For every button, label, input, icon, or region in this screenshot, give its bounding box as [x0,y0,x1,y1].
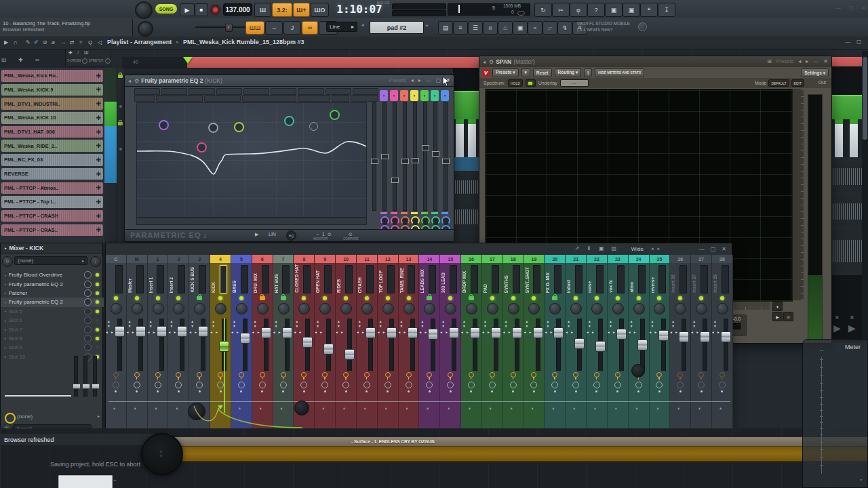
mixer-channel-strip[interactable]: 27 Insert 27 ▴ ▾ ◂ ▸ ▴ [691,255,712,428]
nudge-down-icon[interactable]: ▾ [589,324,591,328]
pan-left-icon[interactable]: ◂ [440,330,442,334]
pan-right-icon[interactable]: ▸ [341,330,343,334]
channel-body[interactable]: CLOSED HAT [294,263,314,294]
channel-pan-knob[interactable] [173,303,184,314]
band-name[interactable] [332,95,349,102]
mixer-panel-icon[interactable]: ||| [483,21,498,35]
maximize-icon[interactable]: ▢ [711,246,716,252]
nudge-up-icon[interactable]: ▴ [108,319,110,323]
mixer-channel-strip[interactable]: 18 SYNTHS ▴ ▾ ◂ ▸ ▴ [503,255,524,428]
channel-fader[interactable] [410,319,415,371]
playlist-panel-icon[interactable]: ▤ [438,21,453,35]
channel-insert-slot[interactable] [471,265,478,293]
band-button[interactable] [298,88,323,95]
eq-band-column[interactable]: ▾ [440,90,450,227]
stereo-separation-icon[interactable] [614,382,621,388]
route-arrow-icon[interactable]: ▴ [490,405,492,410]
nudge-up-icon[interactable]: ▴ [421,319,423,323]
slider-handle[interactable] [381,154,389,159]
channel-number[interactable]: 26 [670,255,690,263]
channel-fader[interactable] [640,319,645,371]
channel-insert-slot[interactable] [262,265,269,293]
playlist-clip-wave[interactable] [453,203,479,230]
nudge-down-icon[interactable]: ▾ [652,324,654,328]
nudge-up-icon[interactable]: ▴ [212,319,214,323]
channel-mute-led[interactable] [344,296,348,300]
snap-selector[interactable]: Line ▸ [326,22,357,32]
play-button[interactable]: ▶ [180,3,195,16]
channel-pan-knob[interactable] [696,303,707,314]
channel-insert-slot[interactable] [701,265,708,293]
channel-fader[interactable] [389,319,394,371]
nudge-up-icon[interactable]: ▴ [191,319,193,323]
channel-number[interactable]: 15 [440,255,460,263]
info-button[interactable]: I [584,68,592,77]
mixer-window-controls[interactable]: — ▢ ✕ [699,246,726,252]
playlist-clip-green[interactable] [453,91,479,121]
stereo-separation-icon[interactable] [406,382,412,388]
nudge-down-icon[interactable]: ▾ [191,324,193,328]
mixer-channel-strip[interactable]: 19 SYNT..SHOT ▴ ▾ ◂ ▸ ▴ [524,255,545,428]
channel-mute-led[interactable] [323,296,327,300]
fx-enable-icon[interactable] [239,372,244,378]
channel-mute-led[interactable] [490,296,494,300]
channel-mute-led[interactable] [595,296,599,300]
channel-mute-led[interactable] [720,296,724,300]
route-arrow-icon[interactable]: ▴ [113,405,115,410]
channel-number[interactable]: 1 [148,255,168,263]
channel-number[interactable]: 19 [524,255,545,263]
fx-enable-icon[interactable] [427,372,432,378]
channel-pan-knob[interactable] [424,303,435,314]
pan-left-icon[interactable]: ◂ [148,330,150,334]
stereo-separation-icon[interactable] [342,382,349,388]
nudge-down-icon[interactable]: ▾ [129,324,131,328]
slider-handle[interactable] [412,158,419,163]
playlist-clip-blue[interactable] [453,157,479,171]
channel-body[interactable]: Insert 26 [670,263,690,294]
mode-edit-button[interactable]: EDIT [791,79,804,87]
channel-insert-slot[interactable] [554,265,561,293]
fx-enable-icon[interactable] [364,372,370,378]
nudge-down-icon[interactable]: ▾ [317,324,319,328]
preview-icon[interactable]: ◁ [98,39,102,45]
channel-number[interactable]: 22 [587,255,607,263]
channel-pan-knob[interactable] [319,303,331,314]
clip-tools-icons[interactable]: ✚ ⁄ Ш [68,50,90,56]
fader-handle[interactable] [198,326,208,337]
pan-right-icon[interactable]: ▸ [216,330,218,334]
route-arrow-icon[interactable]: ▴ [322,405,324,410]
slider-handle[interactable] [371,159,378,164]
mixer-channel-strip[interactable]: 21 indust ▴ ▾ ◂ ▸ ▴ [566,255,587,428]
drag-handle-icon[interactable]: ✚ [96,157,101,163]
fx-enable-led[interactable] [96,310,99,313]
channel-insert-slot[interactable] [282,265,290,293]
channel-insert-slot[interactable] [178,265,185,293]
breadcrumb-pattern[interactable]: PML_Weska_Kick Rumble_15_128bpm #3 [183,39,304,45]
channel-insert-slot[interactable] [241,265,248,293]
channel-mute-led[interactable] [616,296,620,300]
nudge-down-icon[interactable]: ▾ [212,324,214,328]
detach-icon[interactable]: ◂ [483,59,486,65]
channel-body[interactable]: SYNTHS [503,263,524,294]
route-arrow-icon[interactable]: ▴ [343,405,345,410]
fx-slot[interactable]: ▸ Slot 7 [1,325,104,333]
lock-icon[interactable] [118,122,123,125]
save-as-icon[interactable]: ▣ [623,3,640,17]
pan-left-icon[interactable]: ◂ [608,330,610,334]
nudge-down-icon[interactable]: ▾ [108,324,110,328]
channel-mute-led[interactable] [532,296,536,300]
eq-band-column[interactable]: ▾ [420,90,430,227]
mute-tool-icon[interactable]: ⌀ [52,39,55,45]
browser-sample-item[interactable]: PML_Weska_RIDE_2.. ✚ [1,140,103,152]
fx-enable-icon[interactable] [322,372,328,378]
eq-band-column[interactable]: ▾ [430,90,440,227]
fx-mix-knob[interactable] [84,344,92,351]
route-arrow-icon[interactable]: ▴ [176,405,178,410]
info-circle-icon[interactable]: i [90,256,101,267]
channel-fader[interactable] [305,319,310,371]
channel-number[interactable]: 13 [399,255,419,263]
band-freq-knob[interactable] [421,216,430,225]
channel-number[interactable]: 14 [419,255,439,263]
stereo-separation-icon[interactable] [426,382,433,388]
channel-fader[interactable] [347,319,352,371]
